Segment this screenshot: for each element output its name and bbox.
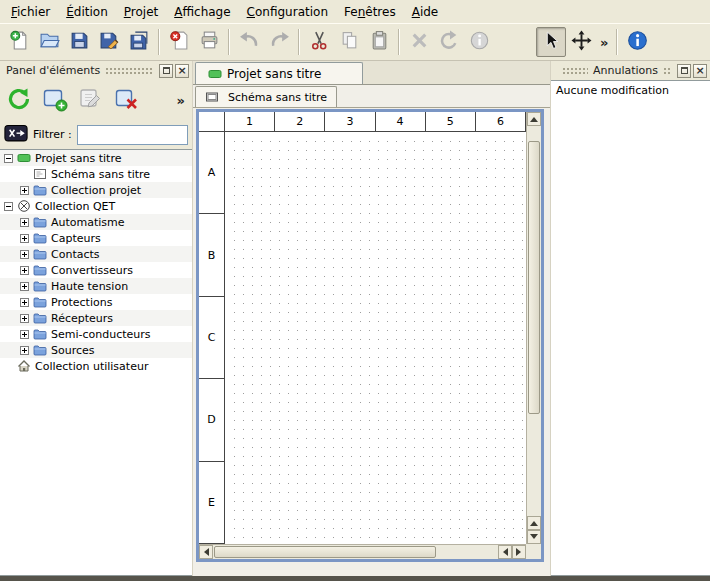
- vertical-scrollbar[interactable]: [526, 112, 541, 544]
- tree-item-convertisseurs[interactable]: Convertisseurs: [0, 262, 192, 278]
- rotate-icon: [439, 30, 460, 54]
- print-button[interactable]: [194, 27, 224, 57]
- filter-label: Filtrer :: [33, 128, 72, 141]
- clear-filter-icon[interactable]: [4, 124, 28, 146]
- expand-expander-icon[interactable]: [20, 298, 29, 307]
- save-all-button[interactable]: [124, 27, 154, 57]
- arrow-down-icon: [530, 534, 538, 543]
- edit-element-button[interactable]: [75, 84, 107, 116]
- tree-item-schema-sans-titre[interactable]: Schéma sans titre: [0, 166, 192, 182]
- cut-button[interactable]: [304, 27, 334, 57]
- save-as-button[interactable]: [94, 27, 124, 57]
- menu-label: êtres: [365, 5, 395, 19]
- toolbar-overflow-chevron-icon[interactable]: »: [596, 35, 612, 50]
- expand-expander-icon[interactable]: [20, 250, 29, 259]
- collapse-expander-icon[interactable]: [4, 202, 13, 211]
- reload-collections-button[interactable]: [3, 84, 35, 116]
- menu-fenetres[interactable]: Fenêtres: [336, 3, 404, 21]
- filter-input[interactable]: [77, 125, 188, 145]
- tree-item-capteurs[interactable]: Capteurs: [0, 230, 192, 246]
- paste-button[interactable]: [364, 27, 394, 57]
- save-button[interactable]: [64, 27, 94, 57]
- rotate-button[interactable]: [434, 27, 464, 57]
- tree-item-projet-sans-titre[interactable]: Projet sans titre: [0, 150, 192, 166]
- close-panel-button[interactable]: ×: [175, 64, 189, 78]
- save-icon: [69, 30, 90, 54]
- edit-properties-button[interactable]: [464, 27, 494, 57]
- tree-item-contacts[interactable]: Contacts: [0, 246, 192, 262]
- expand-expander-icon[interactable]: [20, 330, 29, 339]
- row-header: C: [199, 297, 224, 379]
- float-panel-button[interactable]: [677, 64, 691, 78]
- menu-edition[interactable]: Édition: [58, 3, 116, 21]
- tree-item-collection-qet[interactable]: Collection QET: [0, 198, 192, 214]
- scroll-left-button[interactable]: [199, 545, 213, 559]
- qet-collection-icon: [17, 199, 31, 213]
- tree-item-semi-conducteurs[interactable]: Semi-conducteurs: [0, 326, 192, 342]
- expand-expander-icon[interactable]: [20, 314, 29, 323]
- panel-overflow-chevron-icon[interactable]: »: [173, 93, 189, 108]
- tree-item-sources[interactable]: Sources: [0, 342, 192, 358]
- menubar: Fichier Édition Projet Affichage Configu…: [0, 0, 710, 23]
- dock-grip-handle[interactable]: [562, 67, 588, 75]
- new-document-button[interactable]: [4, 27, 34, 57]
- redo-icon: [269, 30, 290, 54]
- tab-projet-sans-titre[interactable]: Projet sans titre: [195, 62, 363, 84]
- select-tool-button[interactable]: [536, 27, 566, 57]
- expand-expander-icon[interactable]: [20, 266, 29, 275]
- redo-button[interactable]: [264, 27, 294, 57]
- horizontal-scroll-thumb[interactable]: [214, 546, 436, 558]
- horizontal-scrollbar[interactable]: [199, 544, 526, 559]
- expand-expander-icon[interactable]: [20, 186, 29, 195]
- vertical-scroll-thumb[interactable]: [528, 141, 540, 414]
- about-info-button[interactable]: [622, 27, 652, 57]
- dock-grip-handle[interactable]: [663, 67, 670, 75]
- new-element-button[interactable]: [39, 84, 71, 116]
- menu-projet[interactable]: Projet: [116, 3, 166, 21]
- expand-expander-icon[interactable]: [20, 218, 29, 227]
- scroll-up-button[interactable]: [527, 516, 541, 530]
- close-panel-button[interactable]: ×: [693, 64, 707, 78]
- close-file-button[interactable]: [164, 27, 194, 57]
- dock-grip-handle[interactable]: [105, 67, 152, 75]
- tree-item-automatisme[interactable]: Automatisme: [0, 214, 192, 230]
- expand-expander-icon[interactable]: [20, 234, 29, 243]
- copy-button[interactable]: [334, 27, 364, 57]
- tab-schema-sans-titre[interactable]: Schéma sans titre: [195, 86, 337, 107]
- open-project-button[interactable]: [34, 27, 64, 57]
- menu-configuration[interactable]: Configuration: [239, 3, 336, 21]
- scroll-down-button[interactable]: [527, 530, 541, 544]
- scroll-right-button[interactable]: [512, 545, 526, 559]
- scroll-up-button[interactable]: [527, 112, 541, 126]
- scroll-left-button[interactable]: [498, 545, 512, 559]
- expand-expander-icon[interactable]: [20, 282, 29, 291]
- menu-aide[interactable]: Aide: [404, 3, 447, 21]
- menu-label: onfiguration: [255, 5, 328, 19]
- horizontal-scroll-track[interactable]: [213, 545, 498, 559]
- delete-element-button[interactable]: [111, 84, 143, 116]
- menu-affichage[interactable]: Affichage: [166, 3, 238, 21]
- undo-button[interactable]: [234, 27, 264, 57]
- collapse-expander-icon[interactable]: [4, 154, 13, 163]
- vertical-scroll-track[interactable]: [527, 126, 541, 516]
- delete-button[interactable]: [404, 27, 434, 57]
- schema-canvas[interactable]: [226, 133, 526, 544]
- undo-history-list[interactable]: Aucune modification: [551, 80, 710, 576]
- save-as-icon: [99, 30, 120, 54]
- tree-item-collection-utilisateur[interactable]: Collection utilisateur: [0, 358, 192, 374]
- tree-item-recepteurs[interactable]: Récepteurs: [0, 310, 192, 326]
- elements-panel-titlebar[interactable]: Panel d'éléments ×: [0, 61, 192, 80]
- undo-empty-state: Aucune modification: [556, 84, 669, 97]
- tree-item-haute-tension[interactable]: Haute tension: [0, 278, 192, 294]
- tree-item-collection-projet[interactable]: Collection projet: [0, 182, 192, 198]
- menu-label: Fe: [344, 5, 358, 19]
- float-panel-button[interactable]: [159, 64, 173, 78]
- move-tool-button[interactable]: [566, 27, 596, 57]
- project-workspace: Schéma sans titre 1 2 3 4 5 6: [193, 85, 550, 576]
- tree-item-protections[interactable]: Protections: [0, 294, 192, 310]
- expand-expander-icon[interactable]: [20, 346, 29, 355]
- menu-fichier[interactable]: Fichier: [3, 3, 58, 21]
- undo-panel-titlebar[interactable]: Annulations ×: [551, 61, 710, 80]
- window-resize-grip[interactable]: [526, 544, 541, 559]
- folder-icon: [33, 263, 47, 277]
